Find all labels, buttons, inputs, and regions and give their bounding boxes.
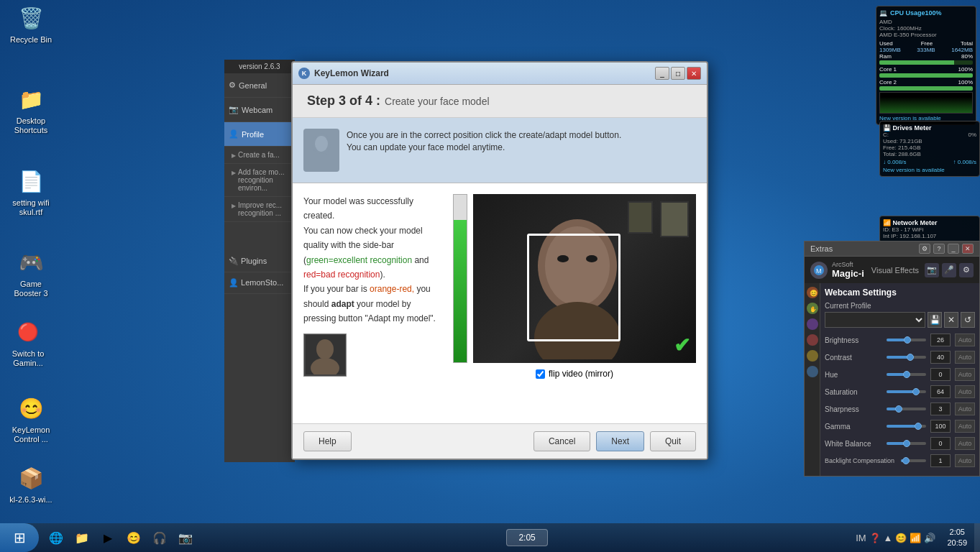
profile-refresh-btn[interactable]: ↺ [961,312,975,328]
backlight-auto[interactable]: Auto [955,454,975,467]
white-balance-auto[interactable]: Auto [955,437,975,450]
sharpness-value: 3 [930,402,951,415]
cpu-graph [879,92,973,114]
side-icon-1[interactable]: 😊 [806,286,819,299]
sharpness-track[interactable] [887,408,926,410]
side-icon-4[interactable] [806,334,819,346]
contrast-row: Contrast 40 Auto [825,351,975,364]
wizard-footer: Help Cancel Next Quit [293,423,707,459]
magic-gear-btn[interactable]: ⚙ [959,263,974,277]
magic-extras-bar: Extras ⚙ ? _ ✕ [805,242,979,257]
magic-settings-btn[interactable]: ⚙ [919,244,930,254]
arrow-notif-icon[interactable]: ▲ [884,533,893,543]
desktop: 🗑️ Recycle Bin 📁 DesktopShortcuts 📄 sett… [0,0,980,552]
hue-auto[interactable]: Auto [955,368,975,381]
wizard-camera-bar-row: ✔ [453,194,696,363]
sidebar-item-plugins[interactable]: 🔌 Plugins [224,251,295,272]
drives-widget: 💾 Drives Meter C:0% Used: 73.21GB Free: … [879,121,980,177]
extras-label: Extras [810,244,833,253]
webcam-settings-btn[interactable]: 📷 [925,263,939,277]
brightness-auto[interactable]: Auto [955,334,975,346]
network-signal-icon[interactable]: 📶 [910,533,921,543]
taskbar-browser-icon[interactable]: 🌐 [45,526,68,549]
sidebar-item-profile[interactable]: 👤 Profile [224,122,295,147]
contrast-auto[interactable]: Auto [955,351,975,364]
magic-help-btn[interactable]: ? [933,244,945,254]
sidebar-sub-create-face[interactable]: ▶ Create a fa... [224,147,295,164]
profile-delete-btn[interactable]: ✕ [944,312,958,328]
sidebar-item-webcam[interactable]: 📷 Webcam [224,98,295,122]
saturation-track[interactable] [887,390,926,393]
magic-close-btn[interactable]: ✕ [962,244,974,254]
backlight-track[interactable] [901,459,926,462]
taskbar-folder-icon[interactable]: 📁 [70,526,93,549]
taskbar-center-task[interactable]: 2:05 [506,529,547,546]
taskbar-keylemon-icon[interactable]: 😊 [122,526,145,549]
clock-time: 2:05 [947,527,967,538]
kl-installer-icon[interactable]: 📦 kl-2.6.3-wi... [6,464,56,505]
brightness-value: 26 [930,334,951,346]
side-icon-5[interactable] [806,349,819,362]
profile-save-btn[interactable]: 💾 [928,312,942,328]
microphone-btn[interactable]: 🎤 [942,263,956,277]
hue-label: Hue [825,371,882,379]
next-button[interactable]: Next [596,431,644,451]
wizard-step-header: Step 3 of 4 : Create your face model [293,85,707,118]
hue-track[interactable] [887,373,926,376]
taskbar-webcam-icon[interactable]: 📷 [174,526,197,549]
keylemon-control-icon[interactable]: 😊 KeyLemonControl ... [6,394,56,444]
svg-text:✋: ✋ [810,305,817,313]
wifi-doc-icon[interactable]: 📄 setting wifiskul.rtf [6,167,56,217]
wizard-title: KeyLemon Wizard [314,68,389,78]
help-notif-icon[interactable]: ❓ [869,533,881,543]
contrast-track[interactable] [887,356,926,359]
backlight-label: Backlight Compensation [825,457,897,464]
drives-new-version-link[interactable]: New version is available [883,167,976,173]
start-button[interactable]: ⊞ [0,523,39,552]
sidebar-sub-improve[interactable]: ▶ Improve rec... recognition ... [224,197,295,222]
gamma-auto[interactable]: Auto [955,420,975,433]
brightness-row: Brightness 26 Auto [825,334,975,346]
cancel-button[interactable]: Cancel [533,431,590,451]
sidebar-item-general[interactable]: ⚙ General [224,73,295,98]
gamma-track[interactable] [887,425,926,428]
magic-minimize-btn[interactable]: _ [948,244,959,254]
svg-text:😊: 😊 [810,289,818,298]
side-icon-6[interactable] [806,365,819,378]
gamma-row: Gamma 100 Auto [825,420,975,433]
hue-row: Hue 0 Auto [825,368,975,381]
wizard-minimize-button[interactable]: _ [655,67,669,80]
webcam-settings-title: Webcam Settings [825,288,975,298]
switch-gaming-icon[interactable]: 🔴 Switch toGamin... [3,318,53,368]
volume-icon[interactable]: 🔊 [924,533,935,543]
side-icon-3[interactable] [806,318,819,331]
side-icon-2[interactable]: ✋ [806,302,819,315]
recycle-bin-icon[interactable]: 🗑️ Recycle Bin [6,4,56,45]
flip-video-checkbox[interactable] [536,369,545,379]
sidebar-sub-add-face[interactable]: ▶ Add face mo... recognition environ... [224,164,295,197]
saturation-auto[interactable]: Auto [955,385,975,398]
game-booster-icon[interactable]: 🎮 GameBooster 3 [6,248,56,298]
sidebar-item-lemonstore[interactable]: 👤 LemonSto... [224,272,295,294]
profile-dropdown[interactable] [825,312,925,328]
help-button[interactable]: Help [303,431,352,451]
contrast-value: 40 [930,351,951,364]
show-desktop-btn[interactable] [974,523,980,552]
brightness-track[interactable] [887,339,926,341]
taskbar-headset-icon[interactable]: 🎧 [148,526,171,549]
wizard-restore-button[interactable]: □ [671,67,685,80]
wizard-step-number: Step 3 of 4 : [307,93,380,109]
sharpness-auto[interactable]: Auto [955,402,975,415]
flip-video-row: flip video (mirror) [536,369,613,379]
wizard-step-title: Create your face model [385,96,490,107]
gamma-label: Gamma [825,423,882,431]
quit-button[interactable]: Quit [650,431,696,451]
cpu-icon: 💻 [879,9,887,17]
saturation-value: 64 [930,385,951,398]
network-notif-icon[interactable]: IM [856,533,866,543]
wizard-close-button[interactable]: ✕ [687,67,701,80]
taskbar-media-icon[interactable]: ▶ [96,526,119,549]
white-balance-track[interactable] [887,442,926,445]
keylemon-notif[interactable]: 😊 [895,533,907,543]
desktop-shortcuts-icon[interactable]: 📁 DesktopShortcuts [6,85,56,135]
